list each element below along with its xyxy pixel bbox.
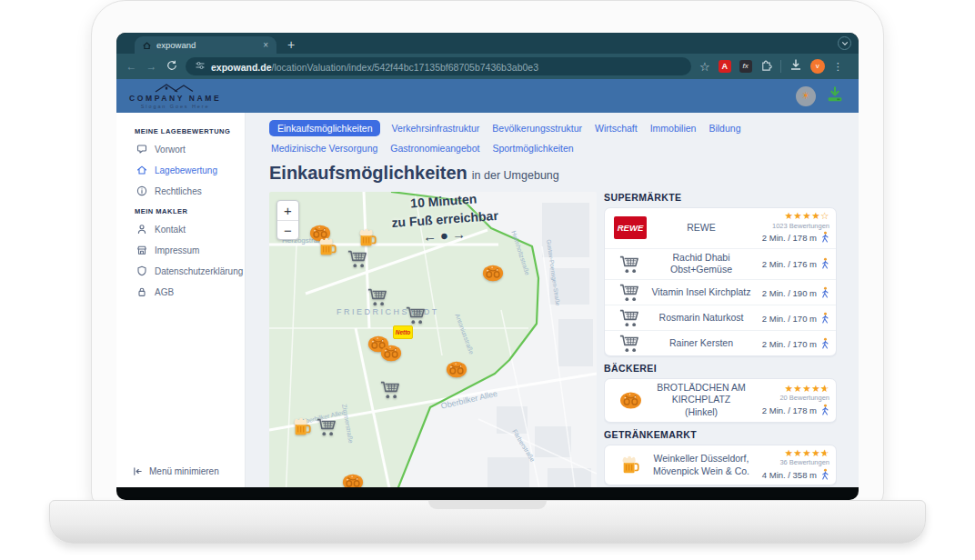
- tab-immobilien[interactable]: Immobilien: [648, 120, 699, 136]
- laptop-mockup: expowand × + ← → expowand.de/l: [0, 0, 975, 560]
- sidebar-item-datenschutzerkl-rung[interactable]: Datenschutzerklärung: [136, 265, 245, 276]
- listing-card: Weinkeller Düsseldorf, Mövenpick Wein & …: [604, 445, 837, 486]
- cart-marker[interactable]: [380, 379, 402, 399]
- listing-meta: ★★★★☆1023 Bewertungen2 Min. / 178 m: [751, 211, 829, 245]
- url-path: /locationValuation/index/542f44bc17135bf…: [272, 62, 538, 73]
- beer-marker[interactable]: [317, 237, 338, 257]
- map[interactable]: HerzogstraßeFRIEDRICHSTADTOberbilker All…: [269, 192, 597, 487]
- tab-search-chevron-icon[interactable]: [838, 36, 851, 50]
- cart-icon: [609, 255, 651, 274]
- listing-row-weinkeller-d-sseldorf[interactable]: Weinkeller Düsseldorf, Mövenpick Wein & …: [605, 445, 836, 485]
- download-report-icon[interactable]: [826, 85, 844, 106]
- listing-section-title: BÄCKEREI: [604, 363, 837, 374]
- tab-medizinische-versorgung[interactable]: Medizinische Versorgung: [269, 140, 379, 156]
- listing-row-vitamin-insel-kirchplatz[interactable]: Vitamin Insel Kirchplatz2 Min. / 190 m: [605, 279, 836, 305]
- forward-icon[interactable]: →: [146, 61, 157, 72]
- sidebar-item-vorwort[interactable]: Vorwort: [136, 144, 245, 155]
- distance-text: 2 Min. / 170 m: [762, 315, 817, 324]
- lock-icon: [136, 286, 147, 297]
- tab-wirtschaft[interactable]: Wirtschaft: [593, 120, 639, 136]
- page-subtitle: in der Umgebung: [472, 169, 559, 182]
- listing-name: BROTLÄDCHEN AM KIRCHPLATZ (Hinkel): [651, 382, 751, 419]
- new-tab-button[interactable]: +: [287, 37, 295, 52]
- tab-title: expowand: [156, 40, 257, 50]
- settings-sun-icon[interactable]: ☀: [796, 86, 816, 106]
- sidebar-item-agb[interactable]: AGB: [136, 286, 245, 297]
- profile-avatar[interactable]: v: [810, 59, 825, 74]
- site-settings-icon[interactable]: [195, 58, 206, 75]
- tab-einkaufsm-glichkeiten[interactable]: Einkaufsmöglichkeiten: [269, 120, 380, 136]
- sidebar-item-label: Lagebewertung: [155, 165, 217, 175]
- listing-card: REWEREWE★★★★☆1023 Bewertungen2 Min. / 17…: [604, 207, 837, 356]
- cart-marker[interactable]: [367, 286, 389, 306]
- pretzel-marker[interactable]: [482, 263, 504, 283]
- cart-icon: [609, 334, 651, 353]
- listing-meta: 2 Min. / 170 m: [751, 335, 829, 352]
- sidebar-item-kontakt[interactable]: Kontakt: [136, 224, 245, 235]
- map-zoom-control: + −: [276, 200, 299, 240]
- zoom-in-button[interactable]: +: [277, 201, 298, 220]
- listing-row-rosmarin-naturkost[interactable]: Rosmarin Naturkost2 Min. / 170 m: [605, 305, 836, 330]
- review-count: 36 Bewertungen: [779, 459, 829, 466]
- url-bar[interactable]: expowand.de/locationValuation/index/542f…: [186, 57, 691, 75]
- listing-row-brotl-dchen-am-kirchplatz[interactable]: BROTLÄDCHEN AM KIRCHPLATZ (Hinkel)★★★★☆★…: [605, 379, 836, 422]
- walker-icon: [820, 286, 829, 301]
- browser-tab[interactable]: expowand ×: [135, 36, 276, 54]
- star-rating: ★★★★☆: [784, 211, 829, 222]
- browser-menu-icon[interactable]: ⋮: [833, 61, 843, 73]
- rewe-logo: REWE: [609, 216, 651, 239]
- browser-tabstrip: expowand × +: [116, 33, 859, 54]
- adobe-extension-icon[interactable]: A: [719, 60, 731, 73]
- tab-close-icon[interactable]: ×: [263, 41, 268, 50]
- sidebar-item-lagebewertung[interactable]: Lagebewertung: [136, 165, 245, 175]
- main-content: EinkaufsmöglichkeitenVerkehrsinfrastrukt…: [246, 113, 859, 487]
- info-icon: [136, 185, 147, 196]
- cart-marker[interactable]: [317, 416, 338, 436]
- browser-window: expowand × + ← → expowand.de/l: [116, 33, 859, 487]
- pretzel-marker[interactable]: [342, 472, 364, 487]
- fx-extension-icon[interactable]: fx: [739, 60, 752, 73]
- listing-row-rachid-dhabi-obst-gem-se[interactable]: Rachid Dhabi Obst+Gemüse2 Min. / 176 m: [605, 248, 836, 279]
- reload-icon[interactable]: [166, 60, 177, 73]
- listing-meta: 2 Min. / 176 m: [751, 255, 829, 272]
- tab-bev-lkerungsstruktur[interactable]: Bevölkerungsstruktur: [490, 120, 584, 136]
- sidebar-item-label: AGB: [155, 287, 174, 297]
- star-rating: ★★★★☆★: [784, 384, 829, 395]
- sidebar-item-impressum[interactable]: Impressum: [136, 245, 245, 255]
- tab-bildung[interactable]: Bildung: [707, 120, 742, 136]
- sidebar-item-label: Kontakt: [155, 225, 186, 235]
- roofline-icon: [150, 83, 201, 94]
- walker-icon: [820, 231, 829, 245]
- back-icon[interactable]: ←: [126, 61, 137, 72]
- sidebar-item-rechtliches[interactable]: Rechtliches: [136, 185, 245, 196]
- netto-marker[interactable]: Netto: [393, 325, 413, 339]
- listing-name: Vitamin Insel Kirchplatz: [651, 286, 751, 299]
- tab-sportm-glichkeiten[interactable]: Sportmöglichkeiten: [490, 140, 575, 156]
- zoom-out-button[interactable]: −: [277, 220, 298, 239]
- bookmark-star-icon[interactable]: ☆: [699, 60, 710, 74]
- pretzel-marker[interactable]: [380, 343, 402, 363]
- listing-row-rewe[interactable]: REWEREWE★★★★☆1023 Bewertungen2 Min. / 17…: [605, 208, 836, 248]
- distance-text: 2 Min. / 176 m: [762, 260, 817, 269]
- rewe-logo-badge: REWE: [614, 216, 647, 239]
- company-slogan: Slogan Goes Here: [141, 105, 210, 110]
- listing-row-rainer-kersten[interactable]: Rainer Kersten2 Min. / 170 m: [605, 330, 836, 355]
- extensions-puzzle-icon[interactable]: [760, 58, 772, 75]
- downloads-icon[interactable]: [789, 58, 802, 75]
- listing-name: REWE: [651, 222, 751, 235]
- listing-name: Weinkeller Düsseldorf, Mövenpick Wein & …: [651, 453, 751, 477]
- toolbar-divider: [780, 60, 781, 73]
- distance: 2 Min. / 190 m: [762, 286, 829, 301]
- tab-gastronomieangebot[interactable]: Gastronomieangebot: [388, 140, 481, 156]
- collapse-menu-button[interactable]: Menü minimieren: [133, 466, 219, 476]
- tab-verkehrsinfrastruktur[interactable]: Verkehrsinfrastruktur: [389, 120, 481, 136]
- cart-marker[interactable]: [406, 305, 427, 325]
- company-name: COMPANY NAME: [129, 95, 221, 103]
- cart-marker[interactable]: [347, 248, 369, 268]
- sidebar-section-title: MEIN MAKLER: [135, 207, 245, 215]
- chat-icon: [136, 144, 147, 155]
- beer-marker[interactable]: [291, 417, 313, 437]
- pretzel-marker[interactable]: [446, 359, 467, 379]
- app: COMPANY NAME Slogan Goes Here ☀ MEINE LA…: [116, 79, 859, 487]
- walker-icon: [820, 257, 829, 272]
